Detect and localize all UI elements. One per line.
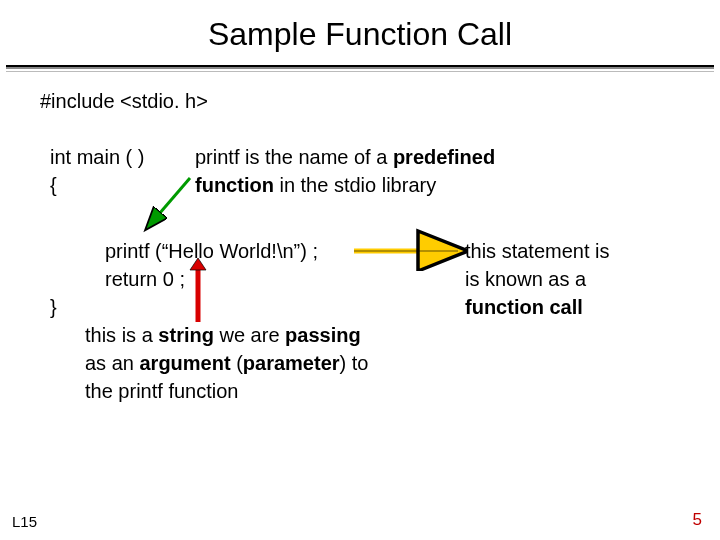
note-callout-3: function call xyxy=(465,296,583,319)
code-return: return 0 ; xyxy=(105,268,185,291)
slide-body: #include <stdio. h> int main ( ) { print… xyxy=(40,90,680,490)
note-bold: predefined xyxy=(393,146,495,168)
title-rule-shadow xyxy=(6,71,714,72)
note-bold: function call xyxy=(465,296,583,318)
note-bold: passing xyxy=(285,324,361,346)
arrow-string-arg-icon xyxy=(185,258,215,328)
note-bold: argument xyxy=(139,352,230,374)
svg-line-1 xyxy=(147,178,190,228)
note-text: in the stdio library xyxy=(274,174,436,196)
slide-number: 5 xyxy=(693,510,702,530)
note-predefined-line1: printf is the name of a predefined xyxy=(195,146,495,169)
note-string-2: as an argument (parameter) to xyxy=(85,352,368,375)
note-text: this is a xyxy=(85,324,158,346)
note-text: printf is the name of a xyxy=(195,146,393,168)
code-brace-close: } xyxy=(50,296,57,319)
note-predefined-line2: function in the stdio library xyxy=(195,174,436,197)
note-text: as an xyxy=(85,352,139,374)
note-text: ( xyxy=(231,352,243,374)
note-string-1: this is a string we are passing xyxy=(85,324,361,347)
arrow-predefined-icon xyxy=(135,170,205,240)
footer-left: L15 xyxy=(12,513,37,530)
svg-marker-7 xyxy=(190,258,206,270)
code-include: #include <stdio. h> xyxy=(40,90,208,113)
note-bold: function xyxy=(195,174,274,196)
code-brace-open: { xyxy=(50,174,57,197)
note-callout-2: is known as a xyxy=(465,268,586,291)
slide-title: Sample Function Call xyxy=(0,0,720,65)
note-text: we are xyxy=(214,324,285,346)
code-main-sig: int main ( ) xyxy=(50,146,144,169)
note-string-3: the printf function xyxy=(85,380,238,403)
note-bold: parameter xyxy=(243,352,340,374)
arrow-function-call-icon xyxy=(340,242,465,264)
note-callout-1: this statement is xyxy=(465,240,610,263)
note-text: ) to xyxy=(340,352,369,374)
title-rule xyxy=(6,65,714,69)
